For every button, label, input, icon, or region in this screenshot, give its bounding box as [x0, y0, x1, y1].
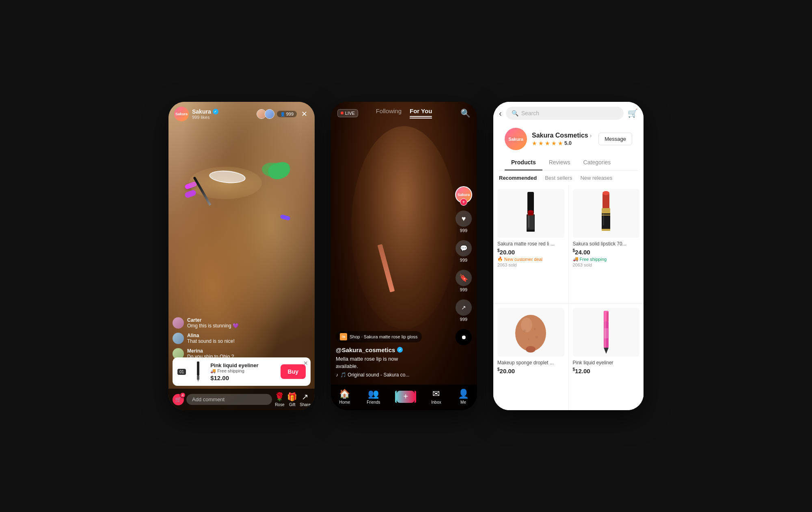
viewer-avatar-2 — [265, 109, 274, 119]
tab-products[interactable]: Products — [505, 155, 542, 170]
add-comment-input[interactable]: Add comment — [186, 394, 272, 405]
buy-button[interactable]: Buy — [281, 364, 306, 379]
filter-best-sellers[interactable]: Best sellers — [545, 175, 572, 181]
store-profile: Sakura Sakura Cosmetics › ★ ★ ★ ★ ★ 5.0 — [499, 124, 638, 155]
active-tab-underline — [410, 116, 432, 117]
product-card-2[interactable]: Sakura solid lipstick 70... $24.00 🚚 Fre… — [569, 185, 644, 303]
shop-icon: 🛍 — [340, 333, 347, 340]
chevron-right-icon: › — [590, 132, 592, 139]
tab-categories[interactable]: Categories — [577, 155, 618, 170]
shop-container: ‹ 🔍 Search 🛒 Sakura Sakura Cosmetics › — [493, 102, 644, 410]
feed-creator-username[interactable]: @Sakura_cosmetics ✓ — [336, 346, 449, 353]
comment-avatar-2 — [173, 333, 184, 344]
nav-home-button[interactable]: 🏠 Home — [339, 389, 350, 404]
product-image-3 — [497, 308, 564, 357]
share-icon-feed: ↗ — [456, 299, 472, 316]
follow-plus-icon: + — [460, 198, 467, 206]
nav-create-button[interactable]: + — [397, 391, 415, 403]
share-button-feed[interactable]: ↗ 999 — [456, 299, 472, 322]
live-header-right: 👤 999 ✕ — [257, 109, 309, 119]
product-image-2 — [573, 189, 640, 238]
svg-point-19 — [521, 318, 532, 332]
shop-product-tag[interactable]: 🛍 Shop · Sakura matte rose lip gloss — [336, 331, 422, 342]
feed-tabs: Following For You — [376, 108, 432, 118]
live-product-card: ✕ 01 Pink liquid eyeliner 🚚 Free shippin… — [173, 357, 311, 386]
create-plus-icon: + — [397, 391, 415, 403]
svg-point-22 — [534, 328, 536, 330]
product-price-3: $20.00 — [497, 367, 564, 374]
product-card-1[interactable]: Sakura matte rose red li ... $20.00 🔥 Ne… — [493, 185, 568, 303]
search-bar[interactable]: 🔍 Search — [506, 107, 624, 120]
creator-follow-button[interactable]: Sakura + — [455, 186, 472, 203]
disc-icon: ⏺ — [456, 329, 472, 345]
live-indicator: LIVE — [337, 109, 358, 117]
comment-author-1: Carter — [187, 317, 311, 323]
viewer-count: 👤 999 — [277, 111, 297, 117]
svg-rect-12 — [602, 208, 610, 211]
product-card-4[interactable]: Pink liquid eyeliner $12.00 — [569, 304, 644, 411]
gift-button[interactable]: 🎁 Gift — [287, 392, 297, 407]
search-icon[interactable]: 🔍 — [460, 108, 471, 118]
viewer-avatars — [257, 109, 274, 119]
gift-icon: 🎁 — [287, 392, 297, 402]
product-price-4: $12.00 — [573, 367, 640, 374]
filter-new-releases[interactable]: New releases — [580, 175, 612, 181]
live-header: Sakura Sakura ✓ 999 likes 👤 999 ✕ — [168, 102, 315, 124]
product-price-2: $24.00 — [573, 248, 640, 256]
live-username: Sakura ✓ — [192, 108, 218, 115]
feed-bottom-nav: 🏠 Home 👥 Friends + ✉ Inbox 👤 Me — [331, 385, 477, 410]
cart-button[interactable]: 🛒 — [628, 108, 638, 118]
free-ship-tag-2: 🚚 Free shipping — [573, 256, 640, 262]
nav-friends-button[interactable]: 👥 Friends — [367, 389, 380, 404]
comment-button[interactable]: 💬 999 — [456, 240, 472, 262]
comment-icon: 💬 — [456, 240, 472, 256]
live-host-avatar[interactable]: Sakura — [174, 107, 189, 121]
store-stars: ★ ★ ★ ★ ★ 5.0 — [532, 140, 594, 146]
ship-icon-2: 🚚 — [573, 256, 579, 262]
rose-button[interactable]: 🌹 Rose — [274, 392, 285, 407]
filter-recommended[interactable]: Recommended — [499, 175, 537, 181]
comment-2: Alina That sound is so nice! — [173, 333, 311, 344]
product-shipping: 🚚 Free shipping — [210, 368, 276, 374]
eyeliner-icon — [196, 361, 201, 382]
tiktok-disc-button[interactable]: ⏺ — [456, 329, 472, 345]
bookmark-icon: 🔖 — [456, 270, 472, 286]
message-button[interactable]: Message — [598, 133, 632, 145]
share-icon: ↗ — [302, 392, 309, 402]
svg-rect-6 — [528, 215, 529, 228]
svg-rect-1 — [197, 376, 199, 380]
star-5: ★ — [558, 140, 563, 146]
feed-header: LIVE Following For You 🔍 — [331, 102, 477, 122]
close-live-button[interactable]: ✕ — [299, 109, 309, 119]
comment-author-2: Alina — [187, 333, 311, 338]
nav-me-button[interactable]: 👤 Me — [458, 389, 469, 404]
phone-live-stream: Sakura Sakura ✓ 999 likes 👤 999 ✕ — [168, 102, 315, 410]
feed-sound[interactable]: ♪ 🎵 Original sound - Sakura co... — [336, 372, 449, 378]
tab-following[interactable]: Following — [376, 108, 402, 118]
share-button[interactable]: ↗ Share — [300, 392, 311, 407]
tab-for-you[interactable]: For You — [410, 108, 432, 118]
bookmark-button[interactable]: 🔖 999 — [456, 270, 472, 292]
lipstick-bottle-svg — [518, 191, 543, 236]
product-number: 01 — [177, 369, 186, 375]
svg-point-8 — [528, 210, 533, 213]
product-image-small — [190, 361, 206, 382]
close-product-card-button[interactable]: ✕ — [303, 360, 308, 366]
shop-nav-icon[interactable]: 🛒 4 — [173, 394, 184, 405]
nav-inbox-button[interactable]: ✉ Inbox — [431, 389, 441, 404]
svg-point-11 — [603, 191, 609, 195]
comment-avatar-1 — [173, 317, 184, 329]
product-name-1: Sakura matte rose red li ... — [497, 241, 564, 247]
like-button[interactable]: ♥ 999 — [456, 211, 472, 233]
product-card-3[interactable]: Makeup sponge droplet ... $20.00 — [493, 304, 568, 411]
comment-body-1: Omg this is stunning 💜 — [187, 323, 311, 329]
back-button[interactable]: ‹ — [499, 109, 502, 118]
svg-rect-31 — [604, 328, 608, 338]
store-name[interactable]: Sakura Cosmetics › — [532, 132, 594, 139]
tab-reviews[interactable]: Reviews — [542, 155, 577, 170]
profile-icon: 👤 — [458, 389, 469, 399]
store-avatar: Sakura — [505, 128, 527, 150]
shipping-icon: 🚚 — [210, 368, 216, 374]
svg-rect-10 — [603, 193, 609, 209]
sold-count-2: 2063 sold — [573, 262, 640, 267]
